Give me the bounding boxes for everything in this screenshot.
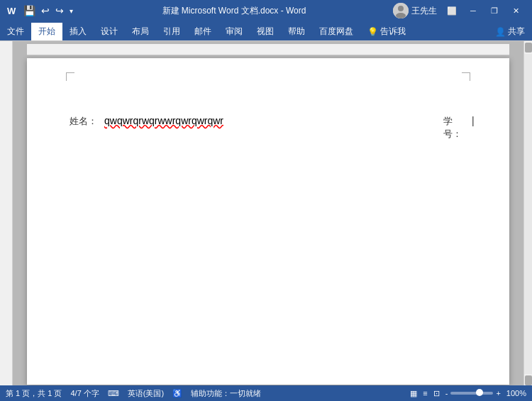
status-right: ▦ ≡ ⊡ - + 100% (410, 389, 526, 398)
restore-down-button[interactable]: ⬜ (441, 4, 462, 18)
tab-insert[interactable]: 插入 (62, 23, 94, 40)
document-page[interactable]: 姓名： qwqwrqrwqrwwrqwrqwrqwr 学号： | (27, 58, 509, 385)
vertical-scrollbar[interactable] (523, 41, 532, 385)
vertical-ruler (0, 41, 13, 385)
ribbon-tabs: 文件 开始 插入 设计 布局 引用 邮件 审阅 视图 帮助 百度网盘 💡 告诉我… (0, 21, 532, 40)
tab-view[interactable]: 视图 (250, 23, 281, 40)
svg-point-2 (398, 6, 404, 11)
tab-baidu[interactable]: 百度网盘 (312, 23, 360, 40)
keyboard-icon: ⌨ (108, 389, 119, 398)
undo-button[interactable]: ↩ (39, 5, 52, 16)
scrollbar-up-arrow[interactable] (525, 43, 532, 53)
window-controls: ⬜ ─ ❐ ✕ (441, 4, 526, 18)
username: 王先生 (411, 5, 437, 17)
tab-layout[interactable]: 布局 (125, 23, 156, 40)
name-value[interactable]: qwqwrqrwqrwwrqwrqwrqwr (104, 115, 223, 126)
focus-view-icon[interactable]: ⊡ (433, 389, 440, 398)
name-label: 姓名： (70, 115, 97, 128)
tab-references[interactable]: 引用 (156, 23, 187, 40)
share-icon: 👤 (495, 27, 506, 37)
tab-file[interactable]: 文件 (0, 23, 31, 40)
title-bar-right: 王先生 ⬜ ─ ❐ ✕ (393, 3, 526, 18)
language-label[interactable]: 英语(美国) (128, 388, 164, 399)
tab-tell-me[interactable]: 💡 告诉我 (360, 23, 413, 40)
document-viewport[interactable]: 姓名： qwqwrqrwqrwwrqwrqwrqwr 学号： | (13, 41, 523, 385)
save-button[interactable]: 💾 (21, 5, 38, 16)
tab-home[interactable]: 开始 (31, 23, 62, 40)
zoom-thumb[interactable] (476, 389, 483, 396)
student-id-label: 学号： (443, 115, 462, 141)
minimize-button[interactable]: ─ (462, 4, 484, 18)
zoom-control[interactable]: - + (445, 389, 501, 397)
svg-text:W: W (7, 6, 16, 16)
horizontal-ruler (27, 44, 509, 55)
main-area: 姓名： qwqwrqrwqrwwrqwrqwrqwr 学号： | (0, 41, 532, 385)
window-title: 新建 Microsoft Word 文档.docx - Word (75, 5, 393, 17)
tab-design[interactable]: 设计 (94, 23, 125, 40)
tab-mailings[interactable]: 邮件 (187, 23, 218, 40)
user-avatar (393, 3, 409, 18)
zoom-track[interactable] (450, 392, 493, 395)
name-row: 姓名： qwqwrqrwqrwwrqwrqwrqwr 学号： | (70, 115, 467, 141)
layout-view-icon[interactable]: ▦ (410, 389, 417, 398)
accessibility-label: 辅助功能：一切就绪 (191, 388, 261, 399)
redo-button[interactable]: ↪ (53, 5, 66, 16)
status-bar: 第 1 页，共 1 页 4/7 个字 ⌨ 英语(美国) ♿ 辅助功能：一切就绪 … (0, 385, 532, 401)
word-icon: W (6, 4, 18, 17)
customize-qa-button[interactable]: ▾ (67, 7, 75, 15)
zoom-minus-button[interactable]: - (445, 389, 448, 397)
title-bar: W 💾 ↩ ↪ ▾ 新建 Microsoft Word 文档.docx - Wo… (0, 0, 532, 21)
svg-point-3 (396, 13, 406, 18)
scrollbar-down-arrow[interactable] (525, 375, 532, 385)
tab-review[interactable]: 审阅 (218, 23, 250, 40)
accessibility-icon: ♿ (172, 389, 182, 398)
text-cursor: | (472, 115, 475, 126)
zoom-percent[interactable]: 100% (506, 389, 526, 397)
tab-help[interactable]: 帮助 (281, 23, 312, 40)
share-button[interactable]: 👤 共享 (488, 23, 532, 40)
lightbulb-icon: 💡 (367, 27, 378, 37)
ribbon: 文件 开始 插入 设计 布局 引用 邮件 审阅 视图 帮助 百度网盘 💡 告诉我… (0, 21, 532, 41)
zoom-plus-button[interactable]: + (496, 389, 500, 397)
list-view-icon[interactable]: ≡ (423, 389, 427, 397)
corner-mark-tl (66, 72, 74, 81)
corner-mark-tr (462, 72, 470, 81)
title-bar-left: W 💾 ↩ ↪ ▾ (6, 4, 75, 17)
status-left: 第 1 页，共 1 页 4/7 个字 ⌨ 英语(美国) ♿ 辅助功能：一切就绪 (6, 388, 261, 399)
maximize-button[interactable]: ❐ (484, 4, 505, 18)
page-info: 第 1 页，共 1 页 (6, 388, 62, 399)
user-area[interactable]: 王先生 (393, 3, 437, 18)
word-count: 4/7 个字 (70, 388, 99, 399)
quick-access-toolbar: 💾 ↩ ↪ ▾ (21, 5, 75, 16)
document-content: 姓名： qwqwrqrwqrwwrqwrqwrqwr 学号： | (70, 94, 467, 141)
close-button[interactable]: ✕ (505, 4, 526, 18)
